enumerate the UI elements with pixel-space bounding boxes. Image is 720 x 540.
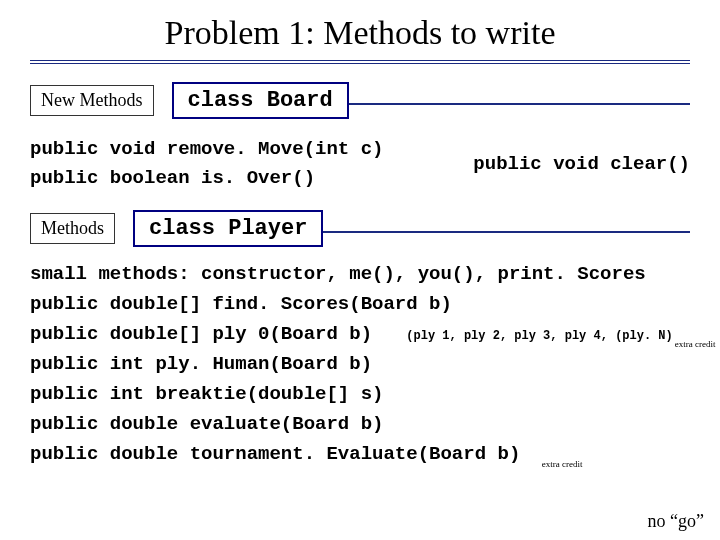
board-clear: public void clear()	[473, 153, 690, 175]
player-small-methods: small methods: constructor, me(), you(),…	[30, 263, 690, 285]
section1-rule	[349, 103, 690, 105]
player-tournamentEvaluate: public double tournament. Evaluate(Board…	[30, 443, 690, 465]
class-player-heading: class Player	[133, 210, 323, 247]
player-evaluate: public double evaluate(Board b)	[30, 413, 690, 435]
slide-title: Problem 1: Methods to write	[30, 14, 690, 52]
tournamentEval-sig: public double tournament. Evaluate(Board…	[30, 443, 520, 465]
board-removeMove: public void remove. Move(int c)	[30, 135, 383, 164]
board-isOver: public boolean is. Over()	[30, 164, 383, 193]
plyN-extra-credit: extra credit	[675, 339, 716, 349]
section2-rule	[323, 231, 690, 233]
no-go-note: no “go”	[648, 511, 704, 532]
player-findScores: public double[] find. Scores(Board b)	[30, 293, 690, 315]
player-breaktie: public int breaktie(double[] s)	[30, 383, 690, 405]
plyN: (ply. N)	[615, 329, 673, 343]
player-ply0: public double[] ply 0(Board b) (ply 1, p…	[30, 323, 690, 345]
player-plyHuman: public int ply. Human(Board b)	[30, 353, 690, 375]
section2-label: Methods	[30, 213, 115, 244]
ply-annotation: (ply 1, ply 2, ply 3, ply 4,	[406, 329, 615, 343]
title-underline	[30, 60, 690, 64]
tournamentEval-extra-credit: extra credit	[542, 459, 583, 469]
ply0-sig: public double[] ply 0(Board b)	[30, 323, 372, 345]
class-board-heading: class Board	[172, 82, 349, 119]
section1-label: New Methods	[30, 85, 154, 116]
